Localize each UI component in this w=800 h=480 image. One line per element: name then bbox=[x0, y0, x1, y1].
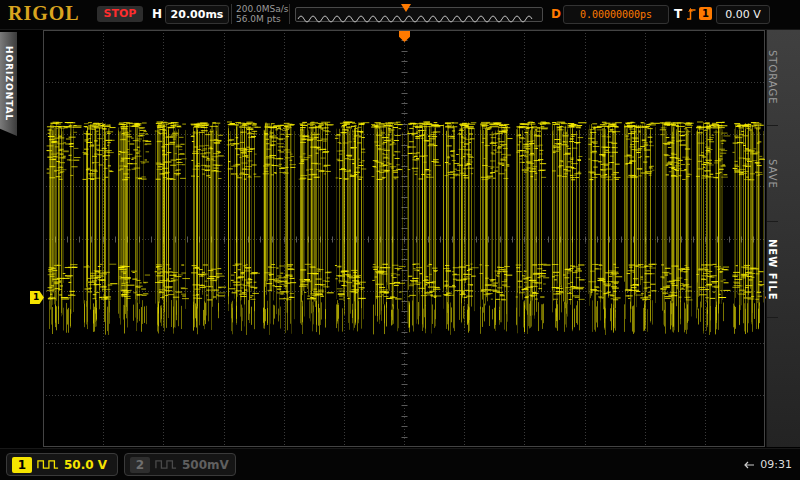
divider bbox=[289, 4, 290, 24]
memory-position-bar bbox=[295, 7, 543, 22]
channel2-number: 2 bbox=[130, 457, 150, 473]
tab-horizontal[interactable]: HORIZONTAL bbox=[0, 32, 17, 136]
scope-display: 1 T bbox=[43, 30, 765, 447]
channel1-number: 1 bbox=[12, 457, 32, 473]
usb-connection-icon bbox=[741, 460, 755, 470]
memory-waveform-icon bbox=[296, 12, 540, 23]
channel1-coupling-icon bbox=[37, 459, 59, 470]
channel2-badge[interactable]: 2 500mV bbox=[124, 453, 236, 476]
sample-rate: 200.0MSa/s bbox=[236, 4, 288, 14]
trigger-level-readout: 0.00 V bbox=[716, 5, 770, 24]
timebase-readout: 20.00ms bbox=[165, 5, 229, 24]
channel1-scale: 50.0 V bbox=[64, 458, 107, 472]
menu-item-storage[interactable]: STORAGE bbox=[767, 30, 778, 126]
memory-trigger-marker[interactable] bbox=[401, 4, 411, 12]
channel1-badge[interactable]: 1 50.0 V bbox=[6, 453, 118, 476]
rigol-logo: RIGOL bbox=[8, 2, 80, 25]
horizontal-label: H bbox=[152, 7, 162, 21]
delay-readout: 0.00000000ps bbox=[563, 5, 669, 24]
softkey-menu: STORAGE SAVE NEW FILE bbox=[766, 30, 800, 447]
memory-depth: 56.0M pts bbox=[236, 14, 288, 24]
bottom-status-bar: 1 50.0 V 2 500mV 09:31 bbox=[0, 448, 800, 480]
trigger-source-chip: 1 bbox=[699, 7, 712, 20]
top-status-bar: RIGOL STOP H 20.00ms 200.0MSa/s 56.0M pt… bbox=[0, 0, 800, 30]
channel2-coupling-icon bbox=[155, 459, 177, 470]
waveform-canvas bbox=[43, 30, 765, 447]
trigger-edge-icon bbox=[686, 6, 697, 21]
channel1-level-marker[interactable]: 1 bbox=[30, 291, 44, 304]
menu-item-new-file[interactable]: NEW FILE bbox=[767, 222, 778, 318]
trigger-label: T bbox=[674, 7, 682, 21]
delay-label: D bbox=[551, 7, 561, 21]
run-status-badge: STOP bbox=[97, 6, 143, 22]
divider bbox=[231, 4, 232, 24]
time-text: 09:31 bbox=[760, 458, 792, 471]
channel2-scale: 500mV bbox=[182, 458, 229, 472]
menu-item-save[interactable]: SAVE bbox=[767, 126, 778, 222]
acquisition-info: 200.0MSa/s 56.0M pts bbox=[236, 4, 288, 24]
clock: 09:31 bbox=[741, 458, 792, 471]
